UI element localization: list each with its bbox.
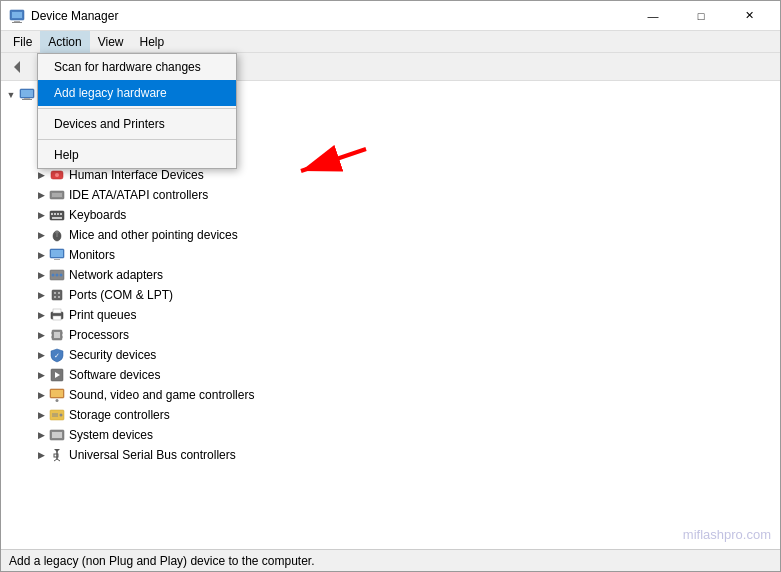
network-adapters-label: Network adapters — [69, 268, 163, 282]
status-text: Add a legacy (non Plug and Play) device … — [9, 554, 315, 568]
system-devices-expander[interactable]: ▶ — [33, 427, 49, 443]
svg-point-39 — [55, 231, 59, 234]
tree-item-system-devices[interactable]: ▶ System devices — [1, 425, 780, 445]
computer-icon — [19, 87, 35, 103]
svg-point-66 — [56, 399, 59, 402]
svg-rect-36 — [52, 217, 62, 219]
print-queues-expander[interactable]: ▶ — [33, 307, 49, 323]
menu-bar: File Action View Help Scan for hardware … — [1, 31, 780, 53]
network-adapters-expander[interactable]: ▶ — [33, 267, 49, 283]
svg-rect-17 — [24, 98, 30, 99]
processors-expander[interactable]: ▶ — [33, 327, 49, 343]
sound-video-expander[interactable]: ▶ — [33, 387, 49, 403]
svg-rect-34 — [57, 213, 59, 215]
keyboards-icon — [49, 207, 65, 223]
close-button[interactable]: ✕ — [726, 1, 772, 31]
security-devices-icon: ✓ — [49, 347, 65, 363]
tree-item-security-devices[interactable]: ▶ ✓ Security devices — [1, 345, 780, 365]
keyboards-label: Keyboards — [69, 208, 126, 222]
tree-item-software-devices[interactable]: ▶ Software devices — [1, 365, 780, 385]
storage-controllers-label: Storage controllers — [69, 408, 170, 422]
svg-point-46 — [60, 274, 63, 277]
monitors-label: Monitors — [69, 248, 115, 262]
tree-item-ide-atapi[interactable]: ▶ IDE ATA/ATAPI controllers — [1, 185, 780, 205]
ide-atapi-expander[interactable]: ▶ — [33, 187, 49, 203]
svg-rect-47 — [52, 290, 62, 300]
mice-expander[interactable]: ▶ — [33, 227, 49, 243]
ports-expander[interactable]: ▶ — [33, 287, 49, 303]
separator-2 — [38, 139, 236, 140]
maximize-button[interactable]: □ — [678, 1, 724, 31]
menu-help[interactable]: Help — [132, 31, 173, 53]
svg-point-48 — [54, 292, 56, 294]
storage-controllers-expander[interactable]: ▶ — [33, 407, 49, 423]
svg-rect-16 — [21, 90, 33, 97]
storage-controllers-icon — [49, 407, 65, 423]
usb-label: Universal Serial Bus controllers — [69, 448, 236, 462]
svg-rect-32 — [51, 213, 53, 215]
tree-item-processors[interactable]: ▶ Processors — [1, 325, 780, 345]
software-devices-label: Software devices — [69, 368, 160, 382]
human-interface-label: Human Interface Devices — [69, 168, 204, 182]
mice-label: Mice and other pointing devices — [69, 228, 238, 242]
security-devices-expander[interactable]: ▶ — [33, 347, 49, 363]
svg-rect-3 — [12, 22, 22, 23]
window-title: Device Manager — [31, 9, 630, 23]
svg-rect-30 — [52, 193, 62, 197]
tree-item-storage-controllers[interactable]: ▶ Storage controllers — [1, 405, 780, 425]
device-manager-window: Device Manager — □ ✕ File Action View He… — [0, 0, 781, 572]
svg-point-44 — [52, 274, 55, 277]
menu-view[interactable]: View — [90, 31, 132, 53]
svg-rect-18 — [22, 99, 32, 100]
svg-rect-72 — [52, 432, 62, 438]
processors-label: Processors — [69, 328, 129, 342]
svg-point-51 — [58, 296, 60, 298]
tree-item-keyboards[interactable]: ▶ Keyboards — [1, 205, 780, 225]
security-devices-label: Security devices — [69, 348, 156, 362]
keyboards-expander[interactable]: ▶ — [33, 207, 49, 223]
add-legacy-item[interactable]: Add legacy hardware — [38, 80, 236, 106]
network-adapters-icon — [49, 267, 65, 283]
root-expander[interactable]: ▼ — [3, 87, 19, 103]
app-icon — [9, 8, 25, 24]
svg-marker-5 — [14, 61, 20, 73]
minimize-button[interactable]: — — [630, 1, 676, 31]
print-queues-icon — [49, 307, 65, 323]
tree-item-network-adapters[interactable]: ▶ Network adapters — [1, 265, 780, 285]
svg-point-45 — [56, 274, 59, 277]
human-interface-expander[interactable]: ▶ — [33, 167, 49, 183]
help-item[interactable]: Help — [38, 142, 236, 168]
status-bar: Add a legacy (non Plug and Play) device … — [1, 549, 780, 571]
menu-action[interactable]: Action — [40, 31, 89, 53]
title-bar: Device Manager — □ ✕ — [1, 1, 780, 31]
tree-item-ports[interactable]: ▶ Ports (COM & LPT) — [1, 285, 780, 305]
tree-item-sound-video[interactable]: ▶ Sound, video and game controllers — [1, 385, 780, 405]
svg-rect-54 — [53, 316, 61, 320]
window-controls: — □ ✕ — [630, 1, 772, 31]
svg-rect-42 — [54, 259, 60, 260]
usb-icon — [49, 447, 65, 463]
monitors-expander[interactable]: ▶ — [33, 247, 49, 263]
tree-item-monitors[interactable]: ▶ Monitors — [1, 245, 780, 265]
devices-printers-item[interactable]: Devices and Printers — [38, 111, 236, 137]
tree-item-print-queues[interactable]: ▶ Print queues — [1, 305, 780, 325]
tree-item-mice[interactable]: ▶ Mice and other pointing devices — [1, 225, 780, 245]
svg-line-77 — [57, 459, 60, 461]
ports-icon — [49, 287, 65, 303]
svg-text:✓: ✓ — [54, 352, 60, 359]
svg-rect-53 — [53, 309, 61, 313]
tree-item-usb[interactable]: ▶ Universal Serial Bus controllers — [1, 445, 780, 465]
svg-rect-1 — [12, 12, 22, 18]
menu-file[interactable]: File — [5, 31, 40, 53]
mice-icon — [49, 227, 65, 243]
toolbar-back-btn[interactable] — [5, 55, 29, 79]
ide-atapi-label: IDE ATA/ATAPI controllers — [69, 188, 208, 202]
separator-1 — [38, 108, 236, 109]
scan-hardware-item[interactable]: Scan for hardware changes — [38, 54, 236, 80]
usb-expander[interactable]: ▶ — [33, 447, 49, 463]
svg-point-68 — [60, 414, 63, 417]
ports-label: Ports (COM & LPT) — [69, 288, 173, 302]
software-devices-expander[interactable]: ▶ — [33, 367, 49, 383]
sound-video-label: Sound, video and game controllers — [69, 388, 254, 402]
sound-video-icon — [49, 387, 65, 403]
